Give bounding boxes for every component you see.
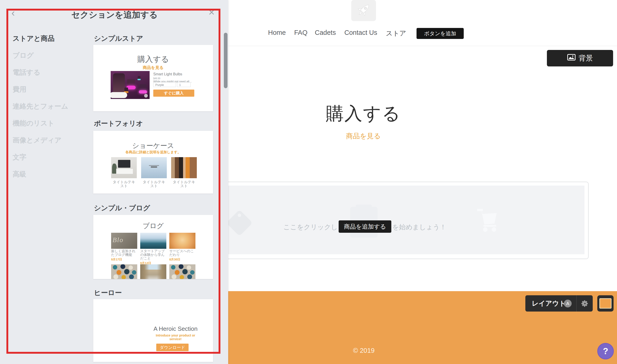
blog-image-paint-cups [111, 264, 137, 279]
product-price: $49.99 [153, 77, 160, 80]
tv-shape [118, 160, 130, 168]
portfolio-item-title: タイトルテキスト [111, 180, 137, 188]
category-text[interactable]: 文字 [13, 153, 26, 162]
blog-post: スタートアップの体験から学んだこと 9月12日 [140, 249, 167, 265]
nav-faq[interactable]: FAQ [294, 29, 307, 36]
category-feature-list[interactable]: 機能のリスト [13, 119, 54, 128]
portfolio-image-tv [111, 157, 137, 178]
section-label-simple-store: シンプルストア [94, 34, 143, 43]
product-image [111, 71, 150, 99]
portfolio-image-shelf [171, 157, 197, 178]
blog-post-title: サービスへのこだわり [169, 249, 196, 257]
help-button[interactable]: ? [597, 343, 614, 359]
plant-shape [112, 164, 117, 174]
portfolio-image-drone [141, 157, 167, 178]
preview-portfolio-heading: ショーケース [93, 141, 213, 151]
panel-title: セクションを追加する [57, 9, 172, 21]
rocket-icon [355, 1, 372, 20]
nav-home[interactable]: Home [268, 29, 286, 36]
layout-button[interactable]: レイアウト A [525, 295, 593, 312]
layout-button-label: レイアウト [532, 295, 566, 312]
preview-store-link: 商品を見る [93, 65, 213, 70]
product-quantity-input[interactable]: 1 [177, 82, 191, 87]
drone-shape [151, 166, 157, 168]
photo-badge [144, 94, 148, 98]
gear-icon[interactable] [581, 300, 589, 308]
category-advanced[interactable]: 高級 [13, 169, 26, 179]
blog-post-title: スタートアップの体験から学んだこと [140, 249, 167, 260]
section-label-hero: ヒーロー [94, 288, 122, 298]
portfolio-item-title: タイトルテキスト [171, 180, 197, 188]
category-pricing[interactable]: 費用 [13, 85, 26, 94]
preview-hero-heading: A Heroic Section [144, 325, 206, 332]
theme-color-swatch-button[interactable] [597, 295, 614, 312]
page-title: 購入する [283, 102, 444, 126]
category-images-media[interactable]: 画像とメディア [13, 136, 62, 145]
blog-image-hands [169, 233, 196, 249]
placeholder-text-left: ここをクリックし [258, 223, 338, 232]
buy-now-button[interactable]: すぐに購入 [153, 90, 194, 97]
view-products-link[interactable]: 商品を見る [317, 131, 409, 141]
blog-image-stone: Blo [111, 233, 137, 249]
console-shape [116, 169, 133, 174]
portfolio-item-title: タイトルテキスト [141, 180, 167, 188]
preview-blog-heading: ブログ [93, 221, 213, 231]
section-preview-simple-store[interactable]: 購入する 商品を見る Smart Light Bulbs $49.99 Whil… [93, 45, 213, 111]
editor-screen: Home FAQ Cadets Contact Us ストア ボタンを追加 背景… [0, 0, 617, 364]
panel-scrollbar[interactable] [224, 33, 227, 88]
blog-post: 新しく追加されたブログ機能 9月17日 [111, 249, 138, 262]
blog-post-date: 9月17日 [111, 258, 138, 262]
nav-cadets[interactable]: Cadets [315, 29, 336, 36]
site-logo [351, 0, 376, 21]
category-blog[interactable]: ブログ [13, 51, 34, 60]
section-preview-portfolio[interactable]: ショーケース 各商品に詳細と説明を追加します。 タイトルテキスト タイトルテキス… [93, 131, 213, 194]
add-product-tooltip[interactable]: 商品を追加する [339, 220, 391, 233]
category-store-products[interactable]: ストアと商品 [13, 34, 54, 43]
divider [577, 295, 577, 312]
placeholder-text-right: を始めましょう！ [392, 223, 472, 232]
label-strip [111, 92, 127, 98]
blog-image-paint-cups [169, 264, 196, 279]
color-swatch [599, 298, 612, 309]
nav-contact-us[interactable]: Contact Us [344, 29, 377, 36]
close-icon[interactable]: × [209, 7, 215, 17]
back-chevron-icon[interactable]: ‹ [12, 8, 15, 18]
preview-portfolio-subheading: 各商品に詳細と説明を追加します。 [93, 150, 213, 154]
blog-image-mountains [140, 233, 166, 249]
product-option-select[interactable]: Purple [153, 82, 176, 87]
bulb-shape [140, 84, 146, 93]
blog-word: Blo [113, 236, 123, 244]
product-name: Smart Light Bulbs [153, 72, 182, 76]
background-button-label: 背景 [579, 53, 593, 63]
preview-store-heading: 購入する [93, 54, 213, 65]
category-call[interactable]: 電話する [13, 68, 40, 77]
nav-store[interactable]: ストア [386, 29, 406, 38]
blog-image-city [140, 264, 166, 279]
section-label-simple-blog: シンプル・ブログ [94, 203, 150, 213]
preview-hero-subheading: Introduce your product or service! [151, 334, 199, 341]
bulb-shape [127, 79, 135, 89]
section-preview-simple-blog[interactable]: ブログ Blo 新しく追加されたブログ機能 9月17日 スタートアップの体験から… [93, 215, 213, 279]
blog-post-title: 新しく追加されたブログ機能 [111, 249, 138, 257]
bulb-shape [138, 76, 140, 80]
add-nav-button[interactable]: ボタンを追加 [417, 28, 464, 39]
category-contact-forms[interactable]: 連絡先とフォーム [13, 102, 68, 111]
blog-post-date: 8月30日 [169, 258, 196, 262]
copyright-text: © 2019 [329, 347, 398, 354]
section-preview-hero[interactable]: A Heroic Section Introduce your product … [93, 299, 213, 362]
blog-post: サービスへのこだわり 8月30日 [169, 249, 196, 262]
shopping-cart-icon [477, 206, 499, 234]
background-button[interactable]: 背景 [547, 50, 613, 66]
image-icon [567, 54, 576, 62]
download-button[interactable]: ダウンロード [156, 344, 189, 351]
section-label-portfolio: ポートフォリオ [94, 119, 143, 128]
layout-badge: A [564, 300, 572, 307]
